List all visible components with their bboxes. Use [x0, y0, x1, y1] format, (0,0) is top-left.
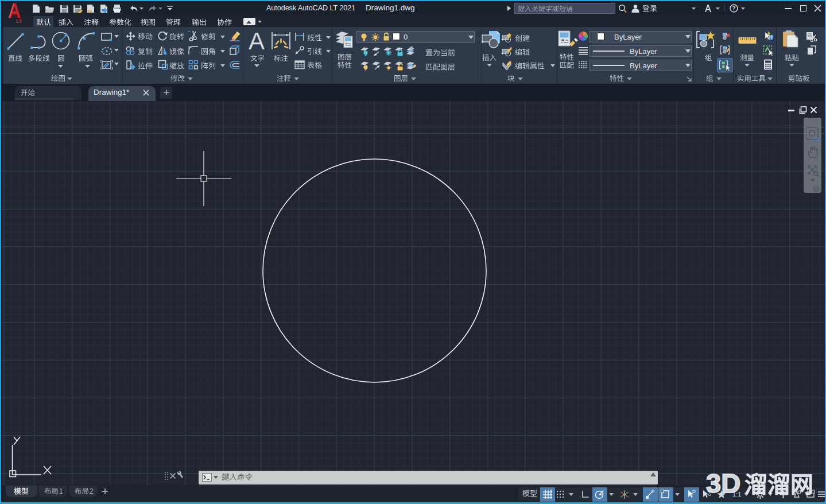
svg-text:LT: LT [16, 18, 22, 23]
svg-text:2D: 2D [813, 136, 820, 142]
svg-text:?: ? [732, 5, 736, 11]
